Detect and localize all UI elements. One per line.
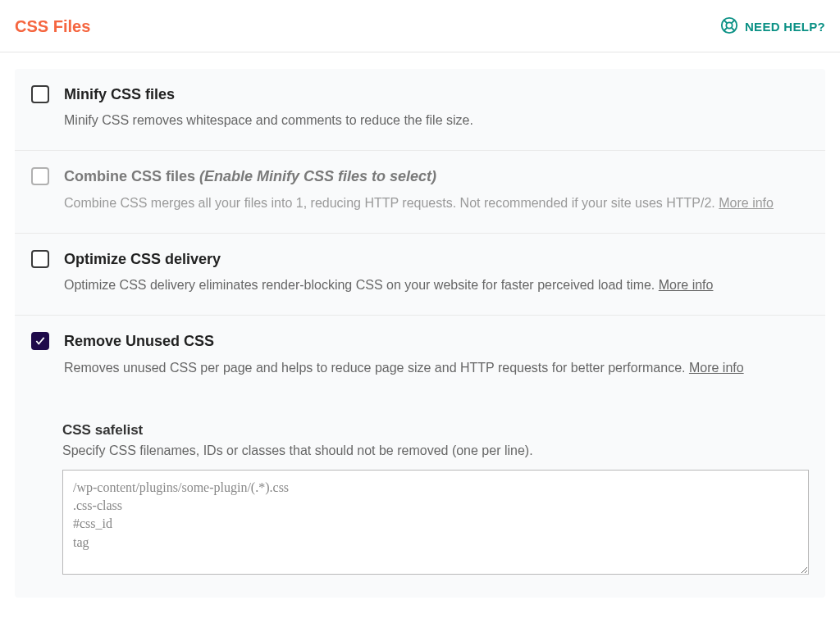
- optimize-css-row: Optimize CSS delivery Optimize CSS deliv…: [15, 234, 825, 316]
- need-help-link[interactable]: NEED HELP?: [720, 16, 825, 37]
- combine-css-more-info-link[interactable]: More info: [719, 196, 774, 210]
- combine-css-title: Combine CSS files (Enable Minify CSS fil…: [64, 167, 809, 186]
- css-safelist-title: CSS safelist: [62, 422, 809, 439]
- minify-css-checkbox[interactable]: [31, 85, 49, 103]
- combine-css-checkbox: [31, 167, 49, 185]
- combine-css-title-text: Combine CSS files: [64, 168, 195, 184]
- remove-unused-css-desc-text: Removes unused CSS per page and helps to…: [64, 361, 685, 375]
- svg-line-2: [724, 20, 728, 24]
- combine-css-note: (Enable Minify CSS files to select): [199, 168, 436, 184]
- svg-line-5: [724, 28, 728, 31]
- svg-point-1: [726, 22, 732, 28]
- remove-unused-css-title: Remove Unused CSS: [64, 332, 809, 351]
- css-safelist-section: CSS safelist Specify CSS filenames, IDs …: [15, 398, 825, 598]
- optimize-css-more-info-link[interactable]: More info: [659, 278, 714, 292]
- optimize-css-content: Optimize CSS delivery Optimize CSS deliv…: [64, 250, 809, 295]
- css-options-panel: Minify CSS files Minify CSS removes whit…: [15, 69, 825, 598]
- minify-css-content: Minify CSS files Minify CSS removes whit…: [64, 85, 809, 130]
- minify-css-title: Minify CSS files: [64, 85, 809, 104]
- svg-line-3: [732, 28, 735, 31]
- optimize-css-checkbox[interactable]: [31, 250, 49, 268]
- remove-unused-css-row: Remove Unused CSS Removes unused CSS per…: [15, 316, 825, 397]
- remove-unused-css-more-info-link[interactable]: More info: [689, 361, 744, 375]
- need-help-label: NEED HELP?: [745, 20, 825, 34]
- section-title: CSS Files: [15, 17, 90, 36]
- section-header: CSS Files NEED HELP?: [0, 0, 840, 52]
- remove-unused-css-content: Remove Unused CSS Removes unused CSS per…: [64, 332, 809, 377]
- minify-css-desc: Minify CSS removes whitespace and commen…: [64, 111, 809, 130]
- checkmark-icon: [34, 335, 46, 347]
- lifebuoy-icon: [720, 16, 738, 37]
- combine-css-row: Combine CSS files (Enable Minify CSS fil…: [15, 151, 825, 233]
- combine-css-desc: Combine CSS merges all your files into 1…: [64, 193, 809, 213]
- css-safelist-desc: Specify CSS filenames, IDs or classes th…: [62, 443, 809, 458]
- combine-css-content: Combine CSS files (Enable Minify CSS fil…: [64, 167, 809, 212]
- optimize-css-desc-text: Optimize CSS delivery eliminates render-…: [64, 278, 655, 292]
- svg-line-4: [732, 20, 735, 24]
- remove-unused-css-checkbox[interactable]: [31, 332, 49, 350]
- optimize-css-desc: Optimize CSS delivery eliminates render-…: [64, 275, 809, 295]
- combine-css-desc-text: Combine CSS merges all your files into 1…: [64, 196, 715, 210]
- remove-unused-css-desc: Removes unused CSS per page and helps to…: [64, 358, 809, 378]
- optimize-css-title: Optimize CSS delivery: [64, 250, 809, 269]
- minify-css-row: Minify CSS files Minify CSS removes whit…: [15, 69, 825, 151]
- css-safelist-textarea[interactable]: [62, 470, 809, 575]
